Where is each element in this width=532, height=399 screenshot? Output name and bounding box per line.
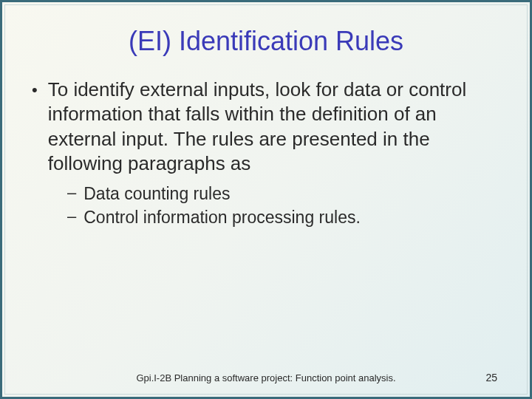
slide-title: (EI) Identification Rules xyxy=(32,26,500,57)
sub-bullet-list: – Data counting rules – Control informat… xyxy=(67,183,500,229)
slide-body: (EI) Identification Rules • To identify … xyxy=(4,4,528,395)
page-number: 25 xyxy=(485,372,497,383)
dash-icon: – xyxy=(67,207,76,226)
footer-text: Gpi.I-2B Planning a software project: Fu… xyxy=(5,372,527,383)
sub-bullet-text: Control information processing rules. xyxy=(83,207,361,229)
bullet-dot-icon: • xyxy=(32,81,38,100)
dash-icon: – xyxy=(67,183,76,202)
main-bullet-text: To identify external inputs, look for da… xyxy=(48,78,500,176)
main-bullet: • To identify external inputs, look for … xyxy=(32,78,500,176)
sub-bullet: – Data counting rules xyxy=(67,183,500,205)
sub-bullet-text: Data counting rules xyxy=(83,183,230,205)
sub-bullet: – Control information processing rules. xyxy=(67,207,500,229)
